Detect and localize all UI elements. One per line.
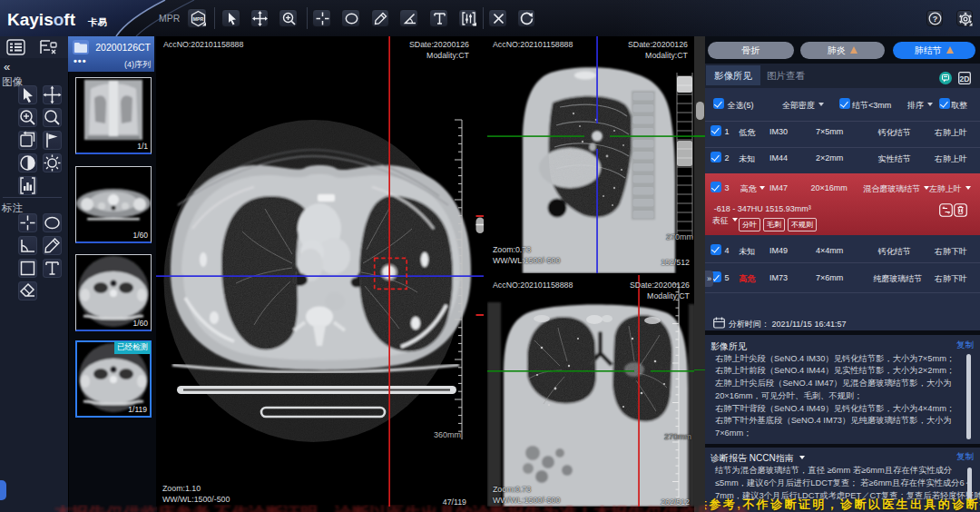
svg-text:MPR: MPR (192, 16, 203, 22)
svg-text:Kayisoft: Kayisoft (7, 10, 76, 29)
svg-text:2D: 2D (960, 74, 970, 83)
svg-text:?: ? (933, 15, 938, 24)
svg-text:卡易: 卡易 (87, 16, 107, 27)
